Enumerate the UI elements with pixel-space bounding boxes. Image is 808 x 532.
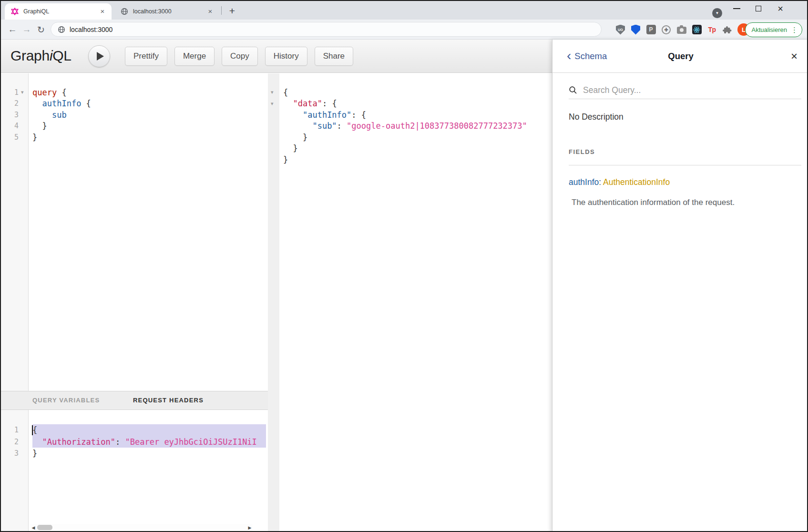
url-text: localhost:3000 [70, 26, 113, 33]
graphiql-logo: GraphiQL [10, 40, 72, 73]
kebab-menu-icon[interactable]: ⋮ [791, 26, 798, 34]
doc-fields-label: FIELDS [569, 148, 595, 155]
browser-navbar: ← → ↻ localhost:3000 UO P ✚ [1, 20, 807, 40]
forward-icon[interactable]: → [20, 20, 33, 40]
scroll-right-icon[interactable]: ▶ [247, 525, 253, 530]
doc-explorer-panel: ‹ Schema Query × No Description FIELDS a… [552, 40, 808, 532]
maximize-icon [756, 6, 761, 11]
doc-title: Query [552, 40, 808, 73]
close-tab-icon[interactable]: × [98, 7, 107, 16]
browser-tab-graphiql[interactable]: GraphiQL × [5, 3, 112, 20]
doc-search-row [569, 82, 801, 99]
doc-field-row: authInfo: AuthenticationInfo [569, 177, 670, 187]
react-devtools-extension-icon[interactable] [692, 25, 702, 35]
play-icon [97, 52, 104, 61]
code-line[interactable]: } [283, 143, 550, 154]
globe-icon [121, 8, 128, 15]
camera-extension-icon[interactable] [676, 25, 686, 35]
code-line[interactable]: } [283, 154, 550, 165]
tp-extension-icon[interactable]: Tp [707, 25, 717, 35]
headers-editor-code[interactable]: { "Authorization": "Bearer eyJhbGciOiJSU… [1, 410, 268, 532]
browser-window: GraphiQL × localhost:3000 × + ▼ × ← → ↻ [0, 0, 808, 532]
code-line[interactable]: "data": { [283, 98, 550, 110]
doc-divider [569, 165, 801, 165]
code-line[interactable]: } [32, 448, 266, 460]
doc-no-description: No Description [569, 112, 624, 122]
code-line[interactable]: { [32, 424, 266, 436]
copy-button[interactable]: Copy [222, 47, 258, 66]
history-button[interactable]: History [265, 47, 307, 66]
code-line[interactable]: "authInfo": { [283, 109, 550, 121]
move-extension-icon[interactable]: ✚ [661, 25, 671, 35]
tab-title: GraphiQL [23, 8, 98, 15]
field-type-link[interactable]: AuthenticationInfo [603, 177, 670, 187]
scrollbar-track[interactable] [36, 524, 247, 531]
window-maximize-button[interactable] [750, 1, 767, 16]
merge-button[interactable]: Merge [174, 47, 215, 66]
globe-icon [58, 26, 65, 33]
search-icon [569, 86, 577, 94]
field-name-link[interactable]: authInfo [569, 177, 599, 187]
code-line[interactable]: sub [32, 109, 266, 121]
browser-update-icon[interactable]: ▼ [712, 8, 722, 18]
p-extension-icon[interactable]: P [646, 25, 656, 35]
extensions-row: UO P ✚ Tp L [615, 20, 750, 40]
request-headers-editor[interactable]: 123 { "Authorization": "Bearer eyJhbGciO… [1, 410, 268, 532]
react-atom-icon [693, 26, 701, 34]
secondary-editor-titlebar: QUERY VARIABLES REQUEST HEADERS [1, 391, 268, 410]
tab-title: localhost:3000 [133, 8, 206, 15]
code-line[interactable]: } [283, 132, 550, 143]
browser-tab-strip: GraphiQL × localhost:3000 × + ▼ × [1, 1, 807, 20]
doc-close-icon[interactable]: × [791, 40, 798, 73]
horizontal-scrollbar[interactable]: ◀ ▶ [31, 524, 253, 531]
code-line[interactable]: "sub": "google-oauth2|108377380082777232… [283, 121, 550, 132]
address-bar[interactable]: localhost:3000 [51, 22, 602, 37]
code-line[interactable]: authInfo { [32, 98, 266, 110]
toolbar-buttons: Prettify Merge Copy History Share [125, 47, 353, 66]
back-icon[interactable]: ← [6, 20, 19, 40]
tab-query-variables[interactable]: QUERY VARIABLES [32, 391, 100, 409]
query-editor-code[interactable]: query { authInfo { sub }} [1, 73, 268, 391]
graphiql-toolbar: GraphiQL Prettify Merge Copy History Sha… [1, 40, 552, 73]
text-cursor [32, 425, 33, 435]
code-line[interactable]: } [32, 121, 266, 132]
search-query-input[interactable] [582, 85, 801, 96]
doc-field-description: The authentication information of the re… [572, 198, 735, 207]
query-editor[interactable]: 1▾2345 query { authInfo { sub }} [1, 73, 268, 391]
window-minimize-button[interactable] [728, 1, 745, 16]
code-line[interactable]: query { [32, 87, 266, 98]
graphiql-app: GraphiQL Prettify Merge Copy History Sha… [1, 40, 807, 532]
scroll-left-icon[interactable]: ◀ [31, 525, 36, 530]
code-line[interactable]: } [32, 132, 266, 143]
scrollbar-thumb[interactable] [37, 525, 52, 530]
close-tab-icon[interactable]: × [206, 7, 215, 16]
doc-explorer-header: ‹ Schema Query × [552, 40, 808, 73]
update-browser-button[interactable]: Aktualisieren ⋮ [745, 22, 802, 37]
prettify-button[interactable]: Prettify [125, 47, 167, 66]
tab-request-headers[interactable]: REQUEST HEADERS [133, 391, 204, 409]
code-line[interactable]: { [283, 87, 550, 98]
code-line[interactable]: "Authorization": "Bearer eyJhbGciOiJSUzI… [32, 436, 266, 448]
minimize-icon [733, 8, 740, 9]
execute-query-button[interactable] [88, 45, 110, 67]
tab-divider [221, 6, 222, 15]
share-button[interactable]: Share [315, 47, 353, 66]
extensions-puzzle-icon[interactable] [722, 25, 732, 35]
new-tab-button[interactable]: + [226, 5, 238, 17]
graphiql-logo-icon [11, 8, 19, 15]
browser-tab-localhost[interactable]: localhost:3000 × [114, 3, 219, 20]
result-viewer[interactable]: ▾▾ { "data": { "authInfo": { "sub": "goo… [268, 73, 552, 532]
ublock-extension-icon[interactable]: UO [615, 25, 625, 35]
bitwarden-extension-icon[interactable] [631, 25, 641, 35]
reload-icon[interactable]: ↻ [34, 20, 48, 40]
left-pane: 1▾2345 query { authInfo { sub }} QUERY V… [1, 73, 268, 532]
window-close-button[interactable]: × [772, 1, 788, 16]
result-viewer-code[interactable]: { "data": { "authInfo": { "sub": "google… [268, 73, 552, 532]
